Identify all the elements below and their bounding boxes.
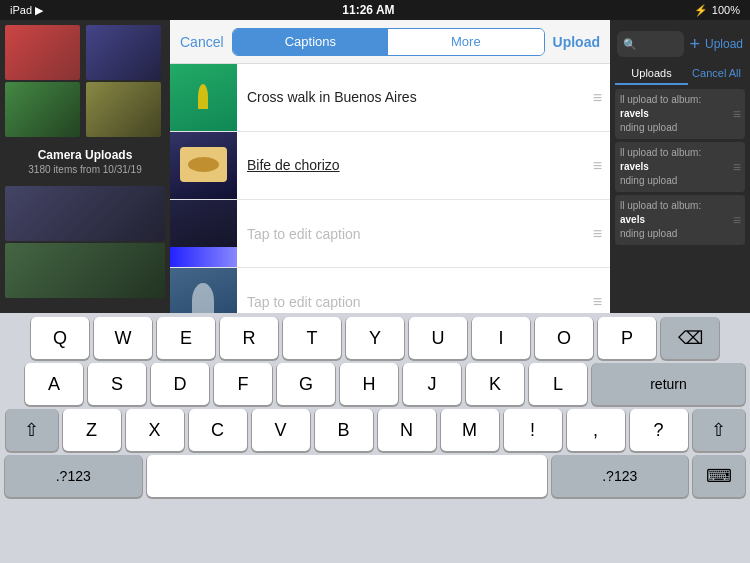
shift-key[interactable]: ⇧ [6,409,58,451]
bluetooth-icon: ⚡ [694,4,708,17]
caption-input-area[interactable]: Cross walk in Buenos Aires [237,88,593,108]
drag-handle-icon: ≡ [733,106,741,122]
key-a[interactable]: A [25,363,83,405]
caption-text: Cross walk in Buenos Aires [247,89,417,105]
upload-item: ll upload to album: ravels nding upload … [615,89,745,139]
key-q[interactable]: Q [31,317,89,359]
drag-lines-icon: ≡ [593,92,610,103]
drag-handle-icon: ≡ [733,159,741,175]
status-bar: iPad ▶ 11:26 AM ⚡ 100% [0,0,750,20]
key-k[interactable]: K [466,363,524,405]
backspace-key[interactable]: ⌫ [661,317,719,359]
ipad-label: iPad ▶ [10,4,43,17]
cancel-all-button[interactable]: Cancel All [688,63,745,85]
tabs-row: Uploads Cancel All [615,63,745,85]
keyboard: Q W E R T Y U I O P ⌫ A S D F G H J K L … [0,313,750,563]
keyboard-bottom-row: .?123 .?123 ⌨ [0,451,750,503]
tab-uploads[interactable]: Uploads [615,63,688,85]
caption-row: Bife de chorizo ≡ [170,132,610,200]
key-comma[interactable]: , [567,409,625,451]
key-m[interactable]: M [441,409,499,451]
bottom-photo[interactable] [5,243,165,298]
key-h[interactable]: H [340,363,398,405]
key-v[interactable]: V [252,409,310,451]
key-s[interactable]: S [88,363,146,405]
search-icon: 🔍 [623,38,637,51]
key-g[interactable]: G [277,363,335,405]
caption-input-area[interactable]: Tap to edit caption [237,225,593,243]
num-key-right[interactable]: .?123 [552,455,689,497]
key-p[interactable]: P [598,317,656,359]
drag-lines-icon: ≡ [593,160,610,171]
cancel-button[interactable]: Cancel [180,34,224,50]
caption-input-area[interactable]: Tap to edit caption [237,293,593,311]
caption-thumbnail[interactable] [170,200,237,267]
key-excl[interactable]: ! [504,409,562,451]
keyboard-row-1: Q W E R T Y U I O P ⌫ [0,313,750,359]
status-time: 11:26 AM [342,3,394,17]
album-name: Camera Uploads [0,142,170,164]
key-i[interactable]: I [472,317,530,359]
shift-right-key[interactable]: ⇧ [693,409,745,451]
upload-item: ll upload to album: ravels nding upload … [615,142,745,192]
keyboard-row-3: ⇧ Z X C V B N M ! , ? ⇧ [0,405,750,451]
upload-button[interactable]: Upload [553,34,600,50]
key-b[interactable]: B [315,409,373,451]
key-z[interactable]: Z [63,409,121,451]
key-f[interactable]: F [214,363,272,405]
upload-items: ll upload to album: ravels nding upload … [615,89,745,245]
photo-thumb[interactable] [5,82,80,137]
right-top-bar: 🔍 + Upload [615,25,745,63]
upload-item-text: ll upload to album: ravels nding upload [620,146,740,188]
key-d[interactable]: D [151,363,209,405]
key-t[interactable]: T [283,317,341,359]
key-n[interactable]: N [378,409,436,451]
key-y[interactable]: Y [346,317,404,359]
key-l[interactable]: L [529,363,587,405]
keyboard-row-2: A S D F G H J K L return [0,359,750,405]
num-key-left[interactable]: .?123 [5,455,142,497]
key-u[interactable]: U [409,317,467,359]
caption-placeholder: Tap to edit caption [247,226,361,242]
key-question[interactable]: ? [630,409,688,451]
key-c[interactable]: C [189,409,247,451]
caption-thumbnail[interactable] [170,132,237,199]
key-w[interactable]: W [94,317,152,359]
caption-thumbnail[interactable] [170,64,237,131]
sidebar-bottom-photos [0,181,170,303]
add-button[interactable]: + [689,34,700,55]
caption-text: Bife de chorizo [247,157,340,173]
upload-item-text: ll upload to album: avels nding upload [620,199,740,241]
upload-item-text: ll upload to album: ravels nding upload [620,93,740,135]
upload-right-button[interactable]: Upload [705,37,743,51]
photo-thumb[interactable] [86,82,161,137]
captions-segment-button[interactable]: Captions [233,29,388,55]
drag-lines-icon: ≡ [593,228,610,239]
emoji-key[interactable]: ⌨ [693,455,745,497]
key-r[interactable]: R [220,317,278,359]
caption-list: Cross walk in Buenos Aires ≡ Bife de cho… [170,64,610,333]
caption-toolbar: Cancel Captions More Upload [170,20,610,64]
caption-placeholder: Tap to edit caption [247,294,361,310]
status-right: ⚡ 100% [694,4,740,17]
key-e[interactable]: E [157,317,215,359]
return-key[interactable]: return [592,363,745,405]
key-j[interactable]: J [403,363,461,405]
more-segment-button[interactable]: More [388,29,543,55]
album-sub: 3180 items from 10/31/19 [0,164,170,181]
key-x[interactable]: X [126,409,184,451]
space-key[interactable] [147,455,547,497]
photo-thumb[interactable] [86,25,161,80]
status-left: iPad ▶ [10,4,43,17]
drag-lines-icon: ≡ [593,296,610,307]
bottom-photo[interactable] [5,186,165,241]
caption-row: Tap to edit caption ≡ [170,200,610,268]
photo-grid [0,20,170,142]
drag-handle-icon: ≡ [733,212,741,228]
caption-row: Cross walk in Buenos Aires ≡ [170,64,610,132]
search-box[interactable]: 🔍 [617,31,684,57]
caption-input-area[interactable]: Bife de chorizo [237,156,593,176]
photo-thumb[interactable] [5,25,80,80]
battery-label: 100% [712,4,740,16]
key-o[interactable]: O [535,317,593,359]
